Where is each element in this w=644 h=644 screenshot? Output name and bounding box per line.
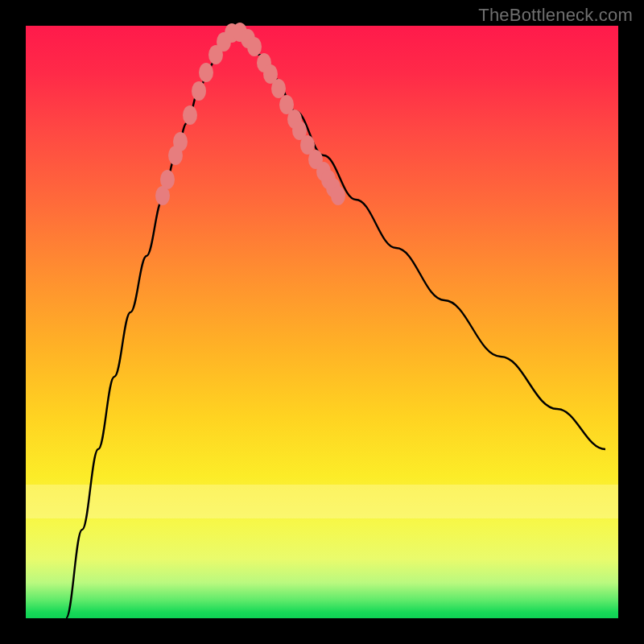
chart-svg — [26, 26, 618, 618]
watermark-text: TheBottleneck.com — [478, 5, 633, 26]
chart-stage: TheBottleneck.com — [0, 0, 644, 644]
curve-dot — [247, 37, 262, 56]
curve-dot — [173, 132, 188, 151]
dot-group-left — [155, 23, 247, 205]
dot-group-right — [241, 29, 345, 205]
curve-dot — [183, 105, 197, 125]
curve-dot — [192, 81, 206, 101]
curve-dot — [160, 170, 175, 189]
curve-dot — [331, 186, 345, 205]
curve-dot — [271, 79, 286, 98]
bottleneck-curve — [66, 32, 605, 618]
curve-dot — [199, 63, 213, 82]
